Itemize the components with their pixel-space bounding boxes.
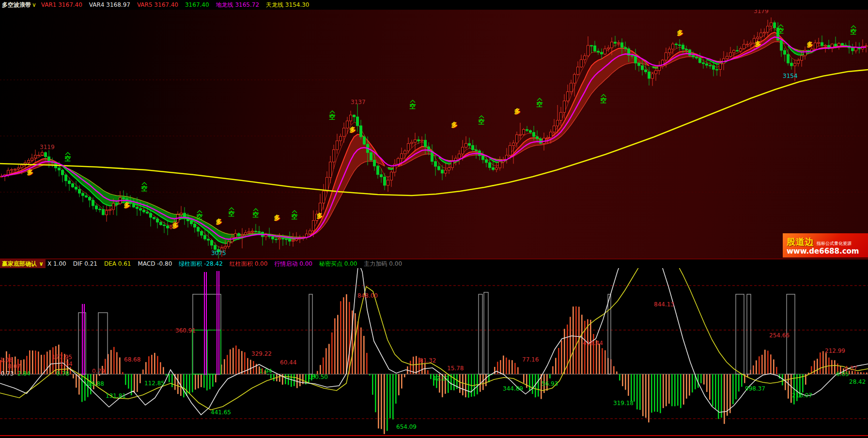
indicator-value-label: 10.73 xyxy=(0,370,14,377)
bull-marker: 多多 xyxy=(755,40,762,48)
main-var-地龙线: 地龙线 3165.72 xyxy=(216,1,259,8)
indicator-value-label: 112.85 xyxy=(144,380,165,387)
histogram-bar xyxy=(392,374,394,420)
histogram-bar xyxy=(689,374,690,395)
histogram-bar xyxy=(636,374,638,409)
main-indicator-dropdown-icon[interactable]: ∨ xyxy=(32,1,36,8)
histogram-bar xyxy=(238,349,240,374)
candle-body xyxy=(709,65,712,66)
histogram-bar xyxy=(169,374,170,382)
svg-text:空: 空 xyxy=(229,210,235,217)
candle-body xyxy=(641,66,644,70)
histogram-bar xyxy=(41,355,42,374)
main-candlestick-panel[interactable]: 空空空空空空空空空空空空空多多多多多多多多多多多多多多多多多多多多多多多多311… xyxy=(0,10,868,258)
signal-box-white xyxy=(736,294,744,374)
histogram-bar xyxy=(369,374,371,376)
histogram-bar xyxy=(866,373,868,374)
price-label: 3179 xyxy=(754,10,769,15)
bear-marker: 空 xyxy=(601,94,607,104)
candle-body xyxy=(560,112,562,120)
candle-body xyxy=(224,246,227,248)
histogram-bar xyxy=(427,370,429,374)
indicator-value-label: 254.66 xyxy=(769,332,790,339)
price-label: 3075 xyxy=(211,250,226,257)
candle-body xyxy=(65,175,67,181)
histogram-bar xyxy=(756,361,757,374)
svg-text:多: 多 xyxy=(807,41,813,48)
indicator-value-label: 344.89 xyxy=(503,385,523,392)
candle-body xyxy=(729,53,732,56)
candle-body xyxy=(631,55,634,56)
candle-body xyxy=(624,47,627,49)
candle-body xyxy=(397,158,400,164)
histogram-bar xyxy=(372,374,373,395)
sub-indicator-title[interactable]: 赢家底部确认 ∨ xyxy=(0,259,46,269)
histogram-bar xyxy=(160,362,161,374)
candle-body xyxy=(180,213,183,214)
candle-body xyxy=(370,152,372,160)
sub-indicator-header: 赢家底部确认 ∨ X 1.00DIF 0.21DEA 0.61MACD -0.8… xyxy=(0,259,868,268)
histogram-bar xyxy=(616,372,618,374)
candle-body xyxy=(546,137,549,138)
histogram-bar xyxy=(401,374,403,389)
histogram-bar xyxy=(52,347,54,374)
candle-body xyxy=(68,181,71,184)
histogram-bar xyxy=(35,350,36,374)
histogram-bar xyxy=(81,374,83,402)
main-candlestick-chart[interactable]: 空空空空空空空空空空空空空多多多多多多多多多多多多多多多多多多多多多多多多311… xyxy=(0,10,868,258)
histogram-bar xyxy=(686,374,687,399)
sub-indicator-panel[interactable]: 81.088.0710.732.84177.951.340.780.79119.… xyxy=(0,268,868,438)
candle-body xyxy=(818,43,820,44)
candle-body xyxy=(787,54,790,63)
candle-body xyxy=(838,44,840,46)
candle-body xyxy=(421,140,423,141)
histogram-bar xyxy=(241,351,243,374)
candle-body xyxy=(580,60,583,67)
candle-body xyxy=(390,172,393,181)
histogram-bar xyxy=(38,351,39,374)
candle-body xyxy=(540,139,542,143)
main-var-天龙线: 天龙线 3154.30 xyxy=(266,1,309,8)
histogram-bar xyxy=(555,358,557,374)
histogram-bar xyxy=(134,374,135,393)
candle-body xyxy=(411,142,413,143)
candle-body xyxy=(245,233,247,235)
bear-marker: 空 xyxy=(537,98,543,108)
candle-body xyxy=(509,146,512,155)
histogram-bar xyxy=(863,372,865,374)
histogram-bar xyxy=(602,348,603,374)
candle-body xyxy=(675,44,678,45)
bear-marker: 空 xyxy=(229,208,235,217)
candle-body xyxy=(78,189,81,193)
bull-marker: 多多 xyxy=(124,201,131,209)
histogram-bar xyxy=(721,374,722,418)
histogram-bar xyxy=(709,374,711,400)
sub-var-X: X 1.00 xyxy=(47,260,66,267)
candle-body xyxy=(655,71,657,74)
histogram-bar xyxy=(660,374,661,413)
indicator-value-label: 0.79 xyxy=(92,368,105,375)
histogram-bar xyxy=(570,317,571,374)
candle-body xyxy=(204,235,206,239)
sub-indicator-chart[interactable]: 81.088.0710.732.84177.951.340.780.79119.… xyxy=(0,268,868,438)
candle-body xyxy=(519,135,522,136)
histogram-bar xyxy=(776,367,777,374)
bull-marker: 多多 xyxy=(807,41,814,48)
candle-body xyxy=(346,121,349,128)
bull-marker: 多多 xyxy=(27,168,34,176)
histogram-bar xyxy=(590,320,591,374)
histogram-bar xyxy=(198,374,199,388)
candle-body xyxy=(577,67,579,74)
candle-body xyxy=(496,168,498,170)
histogram-bar xyxy=(575,306,577,374)
candle-body xyxy=(231,237,233,242)
histogram-bar xyxy=(509,360,510,374)
candle-body xyxy=(468,143,471,145)
candle-body xyxy=(92,200,94,206)
candle-body xyxy=(326,177,328,191)
histogram-bar xyxy=(145,362,147,374)
candle-body xyxy=(763,32,766,33)
candle-body xyxy=(17,168,20,169)
candle-body xyxy=(814,43,817,49)
histogram-bar xyxy=(119,357,121,374)
